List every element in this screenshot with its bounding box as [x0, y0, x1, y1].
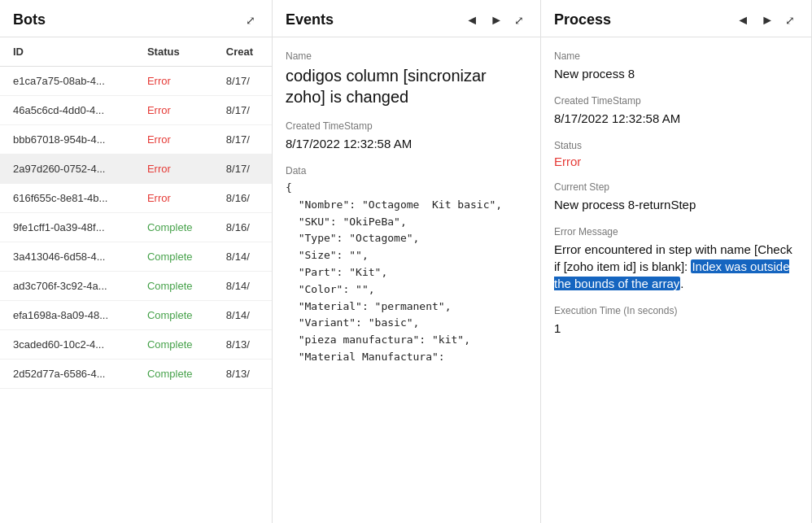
- events-name-value: codigos column [sincronizar zoho] is cha…: [286, 65, 527, 107]
- events-name-label: Name: [286, 50, 527, 62]
- bot-id-cell: 616f655c-8e81-4b...: [0, 184, 134, 213]
- col-header-id: ID: [0, 37, 134, 67]
- process-error-message: Error encountered in step with name [Che…: [554, 241, 798, 292]
- bot-status-cell: Complete: [134, 301, 213, 330]
- bots-table-container: ID Status Creat e1ca7a75-08ab-4...Error8…: [0, 37, 272, 523]
- bot-id-cell: 3caded60-10c2-4...: [0, 330, 134, 360]
- bot-id-cell: 3a413046-6d58-4...: [0, 242, 134, 272]
- table-row[interactable]: 46a5c6cd-4dd0-4...Error8/17/: [0, 96, 272, 125]
- bot-status-cell: Error: [134, 67, 213, 96]
- bot-status-cell: Error: [134, 96, 213, 125]
- bots-table-header-row: ID Status Creat: [0, 37, 272, 67]
- events-header: Events ◄ ► ⤢: [273, 0, 540, 37]
- events-data-value: { "Nombre": "Octagome Kit basic", "SKU":…: [286, 180, 527, 366]
- events-data-label: Data: [286, 165, 527, 177]
- bot-created-cell: 8/17/: [213, 67, 272, 96]
- bot-created-cell: 8/16/: [213, 184, 272, 213]
- bot-id-cell: ad3c706f-3c92-4a...: [0, 272, 134, 301]
- bot-created-cell: 8/17/: [213, 96, 272, 125]
- bot-created-cell: 8/17/: [213, 155, 272, 184]
- bot-status-cell: Error: [134, 155, 213, 184]
- bots-panel: Bots ⤢ ID Status Creat e1ca7a75-08ab-4..…: [0, 0, 273, 523]
- bot-id-cell: e1ca7a75-08ab-4...: [0, 67, 134, 96]
- process-status-label: Status: [554, 140, 798, 151]
- process-error-message-label: Error Message: [554, 226, 798, 238]
- process-nav: ◄ ► ⤢: [733, 12, 798, 28]
- events-timestamp-label: Created TimeStamp: [286, 120, 527, 132]
- bot-created-cell: 8/13/: [213, 330, 272, 360]
- bot-id-cell: 9fe1cff1-0a39-48f...: [0, 213, 134, 242]
- table-row[interactable]: 3a413046-6d58-4...Complete8/14/: [0, 242, 272, 272]
- bot-status-cell: Complete: [134, 272, 213, 301]
- bots-expand-button[interactable]: ⤢: [242, 12, 259, 28]
- process-timestamp-label: Created TimeStamp: [554, 95, 798, 107]
- table-row[interactable]: bbb67018-954b-4...Error8/17/: [0, 125, 272, 155]
- process-prev-button[interactable]: ◄: [733, 12, 753, 28]
- col-header-created: Creat: [213, 37, 272, 67]
- events-nav: ◄ ► ⤢: [462, 12, 527, 28]
- process-exec-time-label: Execution Time (In seconds): [554, 305, 798, 316]
- process-current-step-value: New process 8-returnStep: [554, 196, 798, 213]
- bot-status-cell: Error: [134, 125, 213, 155]
- table-row[interactable]: 2a97d260-0752-4...Error8/17/: [0, 155, 272, 184]
- table-row[interactable]: ad3c706f-3c92-4a...Complete8/14/: [0, 272, 272, 301]
- bot-id-cell: bbb67018-954b-4...: [0, 125, 134, 155]
- table-row[interactable]: 2d52d77a-6586-4...Complete8/13/: [0, 360, 272, 389]
- bot-created-cell: 8/16/: [213, 213, 272, 242]
- table-row[interactable]: 3caded60-10c2-4...Complete8/13/: [0, 330, 272, 360]
- process-error-suffix: .: [680, 277, 683, 290]
- table-row[interactable]: 9fe1cff1-0a39-48f...Complete8/16/: [0, 213, 272, 242]
- bot-id-cell: 2a97d260-0752-4...: [0, 155, 134, 184]
- bot-created-cell: 8/13/: [213, 360, 272, 389]
- bots-title: Bots: [13, 11, 46, 28]
- bot-status-cell: Complete: [134, 330, 213, 360]
- bot-status-cell: Complete: [134, 242, 213, 272]
- events-title: Events: [286, 11, 334, 28]
- bot-status-cell: Complete: [134, 360, 213, 389]
- process-exec-time-value: 1: [554, 320, 798, 337]
- table-row[interactable]: efa1698a-8a09-48...Complete8/14/: [0, 301, 272, 330]
- process-expand-button[interactable]: ⤢: [782, 12, 798, 28]
- process-next-button[interactable]: ►: [757, 12, 777, 28]
- process-name-label: Name: [554, 50, 798, 62]
- bot-status-cell: Error: [134, 184, 213, 213]
- events-timestamp-value: 8/17/2022 12:32:58 AM: [286, 135, 527, 152]
- bot-created-cell: 8/14/: [213, 272, 272, 301]
- process-timestamp-value: 8/17/2022 12:32:58 AM: [554, 110, 798, 127]
- process-panel: Process ◄ ► ⤢ Name New process 8 Created…: [541, 0, 812, 523]
- bots-header: Bots ⤢: [0, 0, 272, 37]
- table-row[interactable]: e1ca7a75-08ab-4...Error8/17/: [0, 67, 272, 96]
- events-content: Name codigos column [sincronizar zoho] i…: [273, 37, 540, 523]
- bot-id-cell: efa1698a-8a09-48...: [0, 301, 134, 330]
- col-header-status: Status: [134, 37, 213, 67]
- process-content: Name New process 8 Created TimeStamp 8/1…: [541, 37, 811, 523]
- events-next-button[interactable]: ►: [487, 12, 506, 28]
- process-header: Process ◄ ► ⤢: [541, 0, 811, 37]
- bot-created-cell: 8/14/: [213, 242, 272, 272]
- bot-status-cell: Complete: [134, 213, 213, 242]
- table-row[interactable]: 616f655c-8e81-4b...Error8/16/: [0, 184, 272, 213]
- bot-created-cell: 8/17/: [213, 125, 272, 155]
- events-prev-button[interactable]: ◄: [462, 12, 482, 28]
- bot-id-cell: 2d52d77a-6586-4...: [0, 360, 134, 389]
- process-title: Process: [554, 11, 611, 28]
- process-current-step-label: Current Step: [554, 181, 798, 193]
- bot-created-cell: 8/14/: [213, 301, 272, 330]
- bot-id-cell: 46a5c6cd-4dd0-4...: [0, 96, 134, 125]
- process-name-value: New process 8: [554, 65, 798, 82]
- events-panel: Events ◄ ► ⤢ Name codigos column [sincro…: [273, 0, 541, 523]
- process-status-value: Error: [554, 155, 798, 168]
- events-expand-button[interactable]: ⤢: [511, 12, 527, 28]
- bots-table: ID Status Creat e1ca7a75-08ab-4...Error8…: [0, 37, 272, 389]
